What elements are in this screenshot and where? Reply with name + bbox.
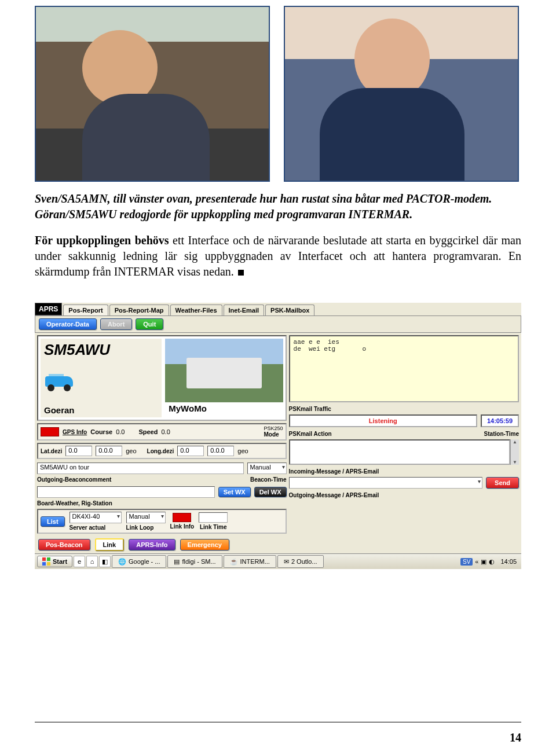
incoming-message-box[interactable] bbox=[289, 439, 510, 465]
scrollbar[interactable]: ▲▼ bbox=[510, 439, 519, 465]
tab-pos-report[interactable]: Pos-Report bbox=[63, 304, 108, 315]
aprs-badge: APRS bbox=[35, 303, 62, 315]
lon-label: Long.dezi bbox=[147, 448, 174, 454]
link-info-led bbox=[173, 513, 191, 522]
emergency-button[interactable]: Emergency bbox=[180, 539, 229, 551]
operator-data-button[interactable]: Operator-Data bbox=[39, 318, 97, 330]
lat-field-1[interactable]: 0.0 bbox=[65, 446, 92, 456]
footer-rule bbox=[35, 722, 521, 722]
incoming-message-label: Incoming-Message / APRS-Email bbox=[289, 468, 519, 475]
pskmail-action-display: Listening bbox=[289, 414, 477, 427]
coords-row: Lat.dezi 0.0 0.0.0 geo Long.dezi 0.0 0.0… bbox=[37, 443, 287, 459]
station-time-display: 14:05:59 bbox=[481, 414, 519, 427]
psk-mode-bottom: Mode bbox=[264, 431, 279, 438]
photo-caption: Sven/SA5AMN, till vänster ovan, presente… bbox=[35, 191, 521, 222]
tray-expand-icon[interactable]: « bbox=[475, 558, 478, 565]
quicklaunch-ie-icon[interactable]: e bbox=[74, 556, 85, 567]
taskbar-task-google[interactable]: 🌐Google - ... bbox=[112, 555, 166, 568]
taskbar-task-intermar[interactable]: ☕INTERM... bbox=[224, 555, 276, 568]
windows-taskbar: Start e ⌂ ◧ 🌐Google - ... ▤fldigi - SM..… bbox=[35, 553, 521, 569]
windows-logo-icon bbox=[42, 557, 50, 566]
tab-psk-mailbox[interactable]: PSK-Mailbox bbox=[265, 304, 314, 315]
photo-row bbox=[35, 6, 521, 182]
wx-input[interactable] bbox=[37, 486, 215, 498]
outgoing-message-select[interactable] bbox=[289, 477, 483, 489]
quit-button[interactable]: Quit bbox=[136, 318, 163, 330]
send-button[interactable]: Send bbox=[486, 477, 519, 489]
server-label: Server actual bbox=[70, 524, 122, 531]
psk-mode-top: PSK250 bbox=[264, 426, 283, 431]
gps-row: GPS Info Course 0.0 Speed 0.0 PSK250 Mod… bbox=[37, 423, 287, 441]
server-select[interactable]: DK4XI-40 bbox=[70, 512, 122, 523]
start-button[interactable]: Start bbox=[37, 556, 72, 567]
bottom-action-row: Pos-Beacon Link APRS-Info Emergency bbox=[35, 536, 521, 553]
station-time-label: Station-Time bbox=[484, 431, 519, 437]
outgoing-beacon-label: Outgoing-Beaconcomment bbox=[37, 476, 111, 483]
course-label: Course bbox=[90, 428, 112, 435]
quicklaunch-app-icon[interactable]: ◧ bbox=[99, 556, 111, 567]
callsign: SM5AWU bbox=[41, 339, 162, 359]
abort-button[interactable]: Abort bbox=[100, 318, 132, 330]
speed-value: 0.0 bbox=[161, 428, 170, 435]
page-number: 14 bbox=[510, 731, 521, 744]
tab-inet-email[interactable]: Inet-Email bbox=[224, 304, 265, 315]
system-tray: SV « ▣ ◐ 14:05 bbox=[458, 558, 519, 566]
tray-icon[interactable]: ▣ bbox=[481, 558, 487, 566]
server-row: List DK4XI-40 Server actual Manual Link … bbox=[37, 509, 287, 534]
wx-block: Set WX Del WX Board-Weather, Rig-Station bbox=[37, 485, 287, 507]
link-loop-select[interactable]: Manual bbox=[126, 512, 166, 523]
lat-field-2[interactable]: 0.0.0 bbox=[96, 446, 122, 456]
beacon-time-label: Beacon-Time bbox=[250, 476, 287, 483]
taskbar-task-outlook[interactable]: ✉2 Outlo... bbox=[277, 555, 324, 568]
pos-beacon-button[interactable]: Pos-Beacon bbox=[38, 539, 90, 551]
body-lead: För uppkopplingen behövs bbox=[35, 234, 169, 247]
gps-info-label: GPS Info bbox=[63, 429, 87, 435]
list-button[interactable]: List bbox=[41, 516, 65, 527]
vehicle-photo bbox=[165, 339, 283, 402]
link-info-label: Link Info bbox=[170, 523, 195, 530]
photo-left bbox=[35, 6, 270, 182]
lat-geo: geo bbox=[126, 447, 136, 454]
body-paragraph: För uppkopplingen behövs ett Interface o… bbox=[35, 233, 521, 280]
set-wx-button[interactable]: Set WX bbox=[218, 487, 251, 497]
link-time-label: Link Time bbox=[200, 524, 227, 530]
action-toolbar: Operator-Data Abort Quit bbox=[35, 315, 521, 333]
outgoing-beacon-input[interactable]: SM5AWU on tour bbox=[37, 463, 244, 474]
car-icon bbox=[44, 373, 74, 391]
tab-pos-report-map[interactable]: Pos-Report-Map bbox=[109, 304, 169, 315]
lon-geo: geo bbox=[237, 447, 248, 454]
intermar-app-window: APRS Pos-Report Pos-Report-Map Weather-F… bbox=[35, 303, 521, 569]
pskmail-action-label: PSKmail Action bbox=[289, 431, 332, 437]
quicklaunch-desktop-icon[interactable]: ⌂ bbox=[86, 556, 98, 567]
taskbar-task-fldigi[interactable]: ▤fldigi - SM... bbox=[167, 555, 222, 568]
photo-right bbox=[284, 6, 519, 182]
lon-field-2[interactable]: 0.0.0 bbox=[207, 446, 234, 456]
lon-field-1[interactable]: 0.0 bbox=[177, 446, 204, 456]
tab-weather-files[interactable]: Weather-Files bbox=[170, 304, 222, 315]
language-indicator[interactable]: SV bbox=[460, 558, 473, 566]
course-value: 0.0 bbox=[116, 428, 125, 435]
taskbar-clock: 14:05 bbox=[497, 558, 517, 565]
gps-led bbox=[41, 427, 59, 436]
del-wx-button[interactable]: Del WX bbox=[254, 487, 287, 497]
tab-strip: APRS Pos-Report Pos-Report-Map Weather-F… bbox=[35, 303, 521, 315]
psk-console: aae e e ies de wei etg o bbox=[289, 335, 519, 402]
vehicle-name: MyWoMo bbox=[165, 403, 283, 416]
link-loop-label: Link Loop bbox=[126, 524, 166, 531]
operator-panel: SM5AWU Goeran MyWoMo bbox=[37, 335, 287, 421]
aprs-info-button[interactable]: APRS-Info bbox=[129, 539, 175, 551]
speed-label: Speed bbox=[138, 428, 158, 435]
operator-name: Goeran bbox=[41, 405, 162, 417]
link-button[interactable]: Link bbox=[95, 538, 125, 551]
outgoing-beacon-block: SM5AWU on tour Manual Outgoing-Beaconcom… bbox=[37, 461, 287, 483]
lat-label: Lat.dezi bbox=[41, 448, 62, 454]
wx-label: Board-Weather, Rig-Station bbox=[37, 500, 287, 507]
tray-icon-2[interactable]: ◐ bbox=[489, 558, 495, 566]
pskmail-traffic-label: PSKmail Traffic bbox=[289, 406, 519, 412]
end-of-article-marker bbox=[238, 270, 244, 276]
beacon-time-select[interactable]: Manual bbox=[247, 463, 287, 474]
link-time-field bbox=[199, 512, 228, 523]
outgoing-message-label: Outgoing-Message / APRS-Email bbox=[289, 492, 519, 498]
